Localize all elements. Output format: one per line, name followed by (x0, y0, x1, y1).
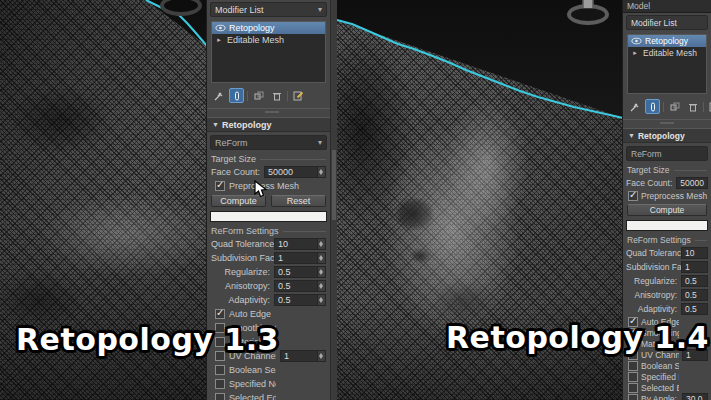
option-row[interactable]: Auto Edge (215, 308, 326, 320)
preprocess-mesh-checkbox-row[interactable]: Preprocess Mesh (628, 191, 708, 201)
option-value-input[interactable]: 1 (280, 350, 326, 362)
scrollbar-thumb[interactable] (332, 150, 336, 220)
option-value-input[interactable]: 30.0 (682, 393, 708, 400)
stack-item-editable-mesh[interactable]: ▸ Editable Mesh (212, 34, 325, 46)
spinner-input[interactable]: 10 (274, 238, 326, 250)
configure-modifier-sets-icon[interactable] (291, 88, 306, 103)
option-row[interactable]: Boolean Seams (628, 361, 708, 371)
stack-item-retopology[interactable]: Retopology (212, 22, 325, 34)
action-buttons: Compute Reset (211, 195, 326, 207)
spinner-row: Adaptivity: 0.5 (626, 303, 708, 315)
spinner-input[interactable]: 0.5 (681, 303, 708, 315)
pin-stack-icon[interactable] (627, 99, 642, 114)
action-button[interactable]: Compute (627, 204, 707, 216)
spinner-input[interactable]: 0.5 (681, 289, 708, 301)
face-count-row: Face Count: 50000 (626, 177, 708, 189)
configure-modifier-sets-icon[interactable] (707, 99, 711, 114)
spinner-input[interactable]: 0.5 (681, 275, 708, 287)
face-count-label: Face Count: (211, 167, 264, 177)
visibility-eye-icon[interactable] (631, 37, 642, 45)
rollout-grip[interactable] (207, 108, 337, 117)
version-label-left: Retopology 1.3 (16, 322, 279, 357)
spinner-input[interactable]: 10 (681, 247, 708, 259)
option-row[interactable]: Selected Edges (628, 383, 708, 393)
remove-modifier-icon[interactable] (269, 88, 284, 103)
option-row[interactable]: Specified Normals (215, 378, 326, 390)
checkbox-icon[interactable] (215, 393, 225, 400)
spinner-arrows-icon[interactable] (317, 267, 325, 277)
show-end-result-icon[interactable] (229, 88, 244, 103)
collapse-arrow-icon: ▼ (628, 132, 635, 139)
modifier-list-dropdown[interactable]: Modifier List (626, 15, 708, 30)
checkbox-icon[interactable] (215, 365, 225, 375)
action-button[interactable]: Reset (271, 195, 326, 207)
spinner-row: Subdivision Factor: 1 (626, 261, 708, 273)
stack-item-editable-mesh[interactable]: ▸ Editable Mesh (628, 47, 706, 59)
option-row[interactable]: By Angle: 30.0 (628, 394, 708, 400)
make-unique-icon[interactable] (251, 88, 266, 103)
modifier-stack: Retopology ▸ Editable Mesh (627, 34, 707, 94)
algorithm-dropdown[interactable]: ReForm (626, 146, 708, 161)
modifier-list-label: Modifier List (215, 5, 264, 15)
spinner-input[interactable]: 1 (681, 261, 708, 273)
spinner-label: Adaptivity: (626, 304, 681, 314)
rollout-title: Retopology (222, 120, 272, 130)
checkbox-icon[interactable] (628, 383, 638, 393)
spinner-arrows-icon[interactable] (317, 167, 325, 177)
panel-scrollbar[interactable] (330, 0, 337, 400)
collapse-arrow-icon: ▼ (212, 121, 219, 128)
checkbox-label: Preprocess Mesh (229, 181, 299, 191)
modifier-list-dropdown[interactable]: Modifier List ▾ (210, 2, 327, 17)
scene-object-disc-left (160, 0, 202, 16)
retopology-rollout-header[interactable]: ▼ Retopology (207, 117, 337, 132)
toolbar-separator (703, 102, 704, 112)
option-label: Selected Edges (641, 383, 679, 393)
algorithm-label: ReForm (215, 138, 248, 148)
visibility-eye-icon[interactable] (215, 24, 226, 32)
show-end-result-icon[interactable] (645, 99, 660, 114)
modifier-list-label: Modifier List (631, 18, 677, 28)
option-row[interactable]: Specified Normals (628, 372, 708, 382)
checkbox-icon[interactable] (628, 394, 638, 400)
remove-modifier-icon[interactable] (685, 99, 700, 114)
retopology-rollout-header[interactable]: ▼ Retopology (623, 128, 711, 143)
spinner-input[interactable]: 0.5 (274, 266, 326, 278)
spinner-arrows-icon[interactable] (317, 239, 325, 249)
spinner-label: Anisotropy: (211, 281, 274, 291)
checkbox-icon[interactable] (628, 361, 638, 371)
face-count-input[interactable]: 50000 (264, 166, 326, 178)
option-row[interactable]: Selected Edges (215, 392, 326, 400)
checkbox-icon[interactable] (628, 191, 638, 201)
checkbox-icon[interactable] (215, 181, 225, 191)
spinner-arrows-icon[interactable] (317, 295, 325, 305)
algorithm-dropdown[interactable]: ReForm ▾ (210, 135, 327, 150)
stack-item-retopology[interactable]: Retopology (628, 35, 706, 47)
reform-settings-group-label: ReForm Settings (627, 235, 707, 245)
option-label: By Angle: (641, 394, 677, 400)
stack-item-label: Editable Mesh (227, 35, 284, 45)
spinner-row: Regularize: 0.5 (211, 266, 326, 278)
pin-stack-icon[interactable] (211, 88, 226, 103)
spinner-input[interactable]: 0.5 (274, 280, 326, 292)
face-count-input[interactable]: 50000 (676, 177, 708, 189)
spinner-input[interactable]: 0.5 (274, 294, 326, 306)
spinner-arrows-icon[interactable] (317, 281, 325, 291)
spinner-row: Anisotropy: 0.5 (211, 280, 326, 292)
checkbox-icon[interactable] (628, 372, 638, 382)
target-size-group-label: Target Size (627, 165, 707, 175)
action-button[interactable]: Compute (211, 195, 266, 207)
chevron-down-icon: ▾ (318, 5, 322, 14)
scene-object-disc-right (567, 4, 609, 25)
spinner-arrows-icon[interactable] (317, 351, 325, 361)
spinner-arrows-icon[interactable] (317, 253, 325, 263)
face-count-label: Face Count: (626, 178, 676, 188)
expand-arrow-icon: ▸ (631, 49, 639, 57)
checkbox-icon[interactable] (215, 309, 225, 319)
make-unique-icon[interactable] (667, 99, 682, 114)
checkbox-icon[interactable] (215, 379, 225, 389)
rollout-grip[interactable] (623, 119, 711, 128)
spinner-input[interactable]: 1 (274, 252, 326, 264)
preprocess-mesh-checkbox-row[interactable]: Preprocess Mesh (215, 180, 326, 192)
progress-bar (210, 211, 327, 222)
option-row[interactable]: Boolean Seams (215, 364, 326, 376)
